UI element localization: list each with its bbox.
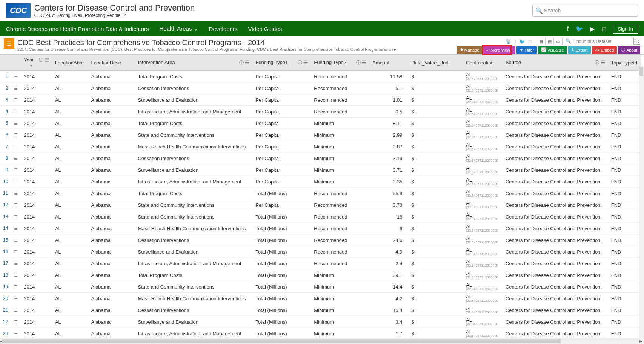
more-views-button[interactable]: ∞More Views bbox=[483, 46, 515, 54]
dataset-search: 🔍 bbox=[564, 38, 632, 45]
row-menu-icon[interactable]: ☰ bbox=[11, 83, 21, 94]
table-row[interactable]: 19 ☰ 2014 AL Alabama State and Community… bbox=[0, 281, 641, 293]
share-tw-icon[interactable]: 🐦 bbox=[519, 39, 525, 44]
nav-health-areas[interactable]: Health Areas ⌄ bbox=[160, 25, 198, 32]
row-menu-icon[interactable]: ☰ bbox=[11, 304, 21, 316]
row-menu-icon[interactable]: ☰ bbox=[11, 106, 21, 118]
row-menu-icon[interactable]: ☰ bbox=[11, 129, 21, 141]
col-header[interactable]: Funding Type1ⓘ ☰ bbox=[252, 55, 311, 71]
instagram-icon[interactable]: ◻ bbox=[601, 25, 606, 32]
embed-button[interactable]: <>Embed bbox=[592, 46, 617, 54]
table-row[interactable]: 16 ☰ 2014 AL Alabama Surveillance and Ev… bbox=[0, 246, 641, 258]
table-row[interactable]: 22 ☰ 2014 AL Alabama Surveillance and Ev… bbox=[0, 316, 641, 328]
nav-video-guides[interactable]: Video Guides bbox=[248, 26, 282, 32]
row-menu-icon[interactable]: ☰ bbox=[11, 71, 21, 83]
youtube-icon[interactable]: ▶ bbox=[590, 25, 595, 32]
cell-funding1: Per Capita bbox=[252, 106, 311, 118]
data-grid-wrapper[interactable]: Yearⓘ ☰LocationAbbrLocationDescIntervent… bbox=[0, 54, 644, 344]
table-row[interactable]: 13 ☰ 2014 AL Alabama State and Community… bbox=[0, 211, 641, 223]
row-menu-icon[interactable]: ☰ bbox=[11, 234, 21, 246]
share-mail-icon[interactable]: ✉ bbox=[528, 39, 532, 44]
horizontal-scrollbar[interactable]: ◀ ▶ bbox=[0, 338, 644, 344]
hscroll-right[interactable]: ▶ bbox=[638, 338, 644, 344]
row-menu-icon[interactable]: ☰ bbox=[11, 281, 21, 293]
table-row[interactable]: 17 ☰ 2014 AL Alabama Infrastructure, Adm… bbox=[0, 258, 641, 269]
share-fb-icon[interactable]: f bbox=[515, 39, 516, 44]
table-row[interactable]: 18 ☰ 2014 AL Alabama Total Program Costs… bbox=[0, 269, 641, 281]
row-menu-icon[interactable]: ☰ bbox=[11, 94, 21, 106]
find-input[interactable] bbox=[564, 38, 632, 45]
row-menu-icon[interactable]: ☰ bbox=[11, 176, 21, 188]
sign-in-button[interactable]: Sign In bbox=[613, 24, 638, 34]
row-menu-icon[interactable]: ☰ bbox=[11, 223, 21, 234]
row-menu-icon[interactable]: ☰ bbox=[11, 316, 21, 328]
rss-icon[interactable]: 📡 bbox=[506, 39, 512, 44]
table-row[interactable]: 3 ☰ 2014 AL Alabama Surveillance and Eva… bbox=[0, 94, 641, 106]
row-menu-icon[interactable]: ☰ bbox=[11, 269, 21, 281]
search-input[interactable] bbox=[532, 5, 638, 17]
expand-desc-icon[interactable]: ▸ bbox=[394, 47, 397, 52]
col-header[interactable]: GeoLocation bbox=[463, 55, 503, 71]
vscroll-thumb[interactable] bbox=[639, 67, 643, 76]
row-menu-icon[interactable]: ☰ bbox=[11, 328, 21, 339]
table-row[interactable]: 1 ☰ 2014 AL Alabama Total Program Costs … bbox=[0, 71, 641, 83]
col-header[interactable]: Intervention Areaⓘ ☰ bbox=[135, 55, 252, 71]
row-menu-icon[interactable]: ☰ bbox=[11, 293, 21, 304]
table-row[interactable]: 10 ☰ 2014 AL Alabama Infrastructure, Adm… bbox=[0, 176, 641, 188]
nav-developers[interactable]: Developers bbox=[209, 26, 238, 32]
table-row[interactable]: 23 ☰ 2014 AL Alabama Infrastructure, Adm… bbox=[0, 328, 641, 339]
table-row[interactable]: 5 ☰ 2014 AL Alabama Total Program Costs … bbox=[0, 118, 641, 129]
fullscreen-button[interactable]: ⛶ bbox=[633, 38, 640, 45]
col-header[interactable]: LocationAbbr bbox=[52, 55, 88, 71]
cell-funding1: Per Capita bbox=[252, 129, 311, 141]
row-menu-icon[interactable]: ☰ bbox=[11, 188, 21, 199]
row-menu-icon[interactable]: ☰ bbox=[11, 118, 21, 129]
col-header[interactable]: Data_Value_Unit bbox=[408, 55, 463, 71]
table-row[interactable]: 2 ☰ 2014 AL Alabama Cessation Interventi… bbox=[0, 83, 641, 94]
table-row[interactable]: 9 ☰ 2014 AL Alabama Surveillance and Eva… bbox=[0, 164, 641, 176]
about-button[interactable]: ⓘAbout bbox=[618, 46, 640, 54]
col-header[interactable]: Yearⓘ ☰ bbox=[21, 55, 52, 71]
cdc-logo[interactable]: CDC Centers for Disease Control and Prev… bbox=[6, 3, 195, 18]
cell-source: Centers for Disease Control and Preventi… bbox=[503, 258, 608, 269]
table-row[interactable]: 14 ☰ 2014 AL Alabama Mass-Reach Health C… bbox=[0, 223, 641, 234]
col-header[interactable]: LocationDesc bbox=[88, 55, 135, 71]
row-number: 20 bbox=[0, 293, 11, 304]
cell-topictype: FND bbox=[608, 328, 641, 339]
vertical-scrollbar[interactable] bbox=[639, 66, 644, 338]
table-row[interactable]: 20 ☰ 2014 AL Alabama Mass-Reach Health C… bbox=[0, 293, 641, 304]
table-row[interactable]: 15 ☰ 2014 AL Alabama Cessation Intervent… bbox=[0, 234, 641, 246]
facebook-icon[interactable]: f bbox=[567, 25, 569, 32]
view-mode-2[interactable]: ▤ bbox=[546, 38, 554, 45]
nav-chronic[interactable]: Chronic Disease and Health Promotion Dat… bbox=[6, 26, 149, 32]
table-row[interactable]: 7 ☰ 2014 AL Alabama Mass-Reach Health Co… bbox=[0, 141, 641, 153]
view-mode-3[interactable]: ▭ bbox=[554, 38, 562, 45]
table-row[interactable]: 21 ☰ 2014 AL Alabama Cessation Intervent… bbox=[0, 304, 641, 316]
table-row[interactable]: 8 ☰ 2014 AL Alabama Cessation Interventi… bbox=[0, 153, 641, 164]
table-row[interactable]: 6 ☰ 2014 AL Alabama State and Community … bbox=[0, 129, 641, 141]
twitter-icon[interactable]: 🐦 bbox=[576, 25, 583, 32]
row-menu-icon[interactable]: ☰ bbox=[11, 164, 21, 176]
row-menu-icon[interactable]: ☰ bbox=[11, 141, 21, 153]
view-mode-1[interactable]: ▦ bbox=[537, 38, 546, 45]
cell-topictype: FND bbox=[608, 153, 641, 164]
hscroll-thumb[interactable] bbox=[2, 339, 561, 343]
col-header[interactable]: Sourceⓘ ☰ bbox=[503, 55, 608, 71]
filter-button[interactable]: ▼Filter bbox=[516, 46, 537, 54]
export-button[interactable]: ⬇Export bbox=[568, 46, 591, 54]
table-row[interactable]: 12 ☰ 2014 AL Alabama State and Community… bbox=[0, 199, 641, 211]
row-menu-icon[interactable]: ☰ bbox=[11, 258, 21, 269]
manage-button[interactable]: ✸Manage bbox=[457, 46, 483, 54]
col-header[interactable]: TopicTypeId bbox=[608, 55, 641, 71]
cell-funding2: Recommended bbox=[311, 246, 369, 258]
visualize-button[interactable]: 📈Visualize bbox=[538, 46, 567, 54]
row-menu-icon[interactable]: ☰ bbox=[11, 199, 21, 211]
row-menu-icon[interactable]: ☰ bbox=[11, 211, 21, 223]
table-row[interactable]: 11 ☰ 2014 AL Alabama Total Program Costs… bbox=[0, 188, 641, 199]
col-header[interactable]: Amount bbox=[369, 55, 408, 71]
row-menu-icon[interactable]: ☰ bbox=[11, 153, 21, 164]
table-row[interactable]: 4 ☰ 2014 AL Alabama Infrastructure, Admi… bbox=[0, 106, 641, 118]
col-header[interactable]: Funding Type2ⓘ ☰ bbox=[311, 55, 369, 71]
row-menu-icon[interactable]: ☰ bbox=[11, 246, 21, 258]
cell-unit: $ bbox=[408, 328, 463, 339]
